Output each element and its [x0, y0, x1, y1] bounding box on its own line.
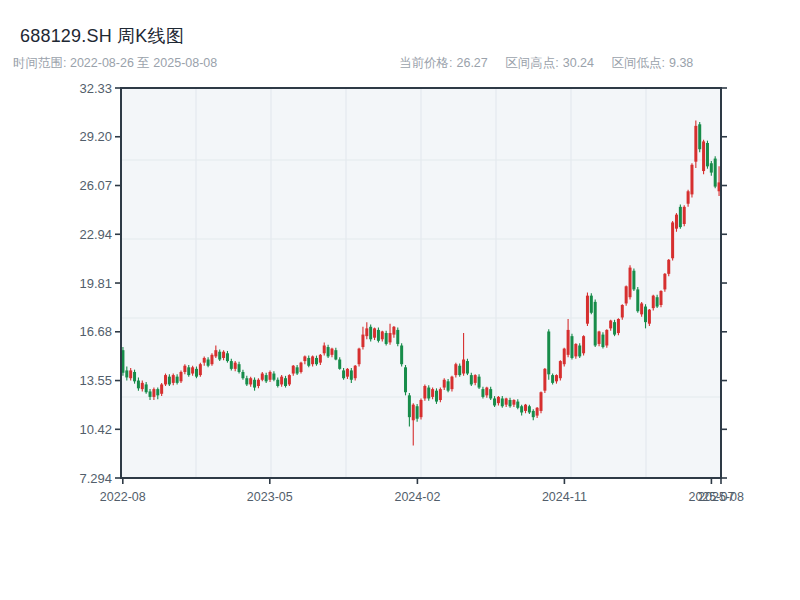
candle-body — [381, 331, 384, 339]
candle-body — [191, 367, 194, 373]
candle-body — [338, 360, 341, 369]
candle-body — [315, 358, 318, 364]
candle-body — [431, 389, 434, 397]
y-tick-label: 29.20 — [79, 129, 112, 144]
candle-body — [245, 378, 248, 384]
candle-body — [625, 286, 628, 303]
candle-body — [462, 360, 465, 374]
x-tick-label: 2024-02 — [394, 490, 440, 504]
candle-body — [377, 330, 380, 341]
candle-body — [257, 380, 260, 386]
candle-body — [605, 330, 608, 346]
candle-body — [613, 322, 616, 334]
candle-body — [365, 328, 368, 336]
candle-body — [528, 406, 531, 412]
candle-body — [447, 381, 450, 390]
candle-body — [230, 361, 233, 369]
candle-body — [574, 344, 577, 356]
candle-body — [609, 321, 612, 329]
candle-body — [512, 400, 515, 405]
candle-body — [667, 260, 670, 274]
candle-body — [400, 345, 403, 364]
candle-body — [168, 377, 171, 385]
candle-body — [416, 406, 419, 418]
candle-body — [137, 381, 140, 389]
candle-body — [621, 305, 624, 317]
candle-body — [536, 408, 539, 416]
candle-body — [532, 411, 535, 417]
candle-body — [152, 389, 155, 397]
candle-body — [551, 375, 554, 383]
candle-body — [652, 296, 655, 308]
candle-body — [470, 375, 473, 384]
candle-body — [590, 296, 593, 313]
candle-body — [330, 349, 333, 355]
candle-body — [408, 395, 411, 417]
candle-body — [358, 349, 361, 365]
candle-body — [714, 159, 717, 187]
candle-body — [493, 398, 496, 405]
candle-body — [663, 274, 666, 290]
candle-body — [683, 207, 686, 224]
candle-body — [280, 377, 283, 385]
candle-body — [710, 163, 713, 172]
candle-body — [218, 352, 221, 360]
candle-body — [187, 367, 190, 375]
x-tick-label: 2025-08 — [698, 490, 744, 504]
candle-body — [559, 361, 562, 378]
candle-body — [640, 303, 643, 314]
candle-body — [458, 366, 461, 375]
candle-body — [334, 350, 337, 359]
candle-body — [524, 405, 527, 411]
candle-body — [520, 406, 523, 412]
candle-body — [582, 336, 585, 353]
x-tick-label: 2023-05 — [247, 490, 293, 504]
candle-body — [160, 384, 163, 393]
candle-body — [199, 364, 202, 375]
candle-body — [675, 215, 678, 229]
candle-body — [485, 388, 488, 396]
y-tick-label: 22.94 — [79, 227, 112, 242]
candle-body — [145, 384, 148, 392]
candle-body — [176, 377, 179, 383]
candle-body — [404, 367, 407, 392]
candle-body — [489, 389, 492, 398]
candle-body — [570, 336, 573, 358]
candle-body — [567, 330, 570, 355]
candle-body — [439, 389, 442, 400]
candle-body — [226, 353, 229, 361]
candle-body — [238, 364, 241, 372]
candle-body — [125, 370, 128, 377]
candle-body — [450, 377, 453, 389]
candle-body — [601, 335, 604, 347]
candle-body — [269, 372, 272, 380]
candle-body — [555, 375, 558, 381]
candle-body — [466, 361, 469, 373]
candle-body — [241, 372, 244, 378]
candle-body — [129, 370, 132, 378]
candle-body — [172, 375, 175, 383]
kline-page: 688129.SH 周K线图 时间范围: 2022-08-26 至 2025-0… — [0, 0, 800, 600]
candle-body — [327, 347, 330, 356]
candle-body — [501, 398, 504, 406]
candle-body — [656, 297, 659, 306]
candle-body — [253, 380, 256, 388]
candle-body — [509, 400, 512, 406]
candle-body — [454, 364, 457, 375]
candle-body — [141, 383, 144, 389]
candle-body — [540, 392, 543, 411]
candle-body — [361, 335, 364, 347]
candle-body — [261, 374, 264, 380]
candle-body — [389, 333, 392, 342]
candle-body — [636, 289, 639, 311]
candle-body — [373, 328, 376, 337]
candle-body — [214, 350, 217, 356]
candle-body — [698, 124, 701, 149]
candle-body — [396, 330, 399, 344]
y-tick-label: 32.33 — [79, 81, 112, 96]
candle-body — [288, 375, 291, 384]
candle-body — [342, 370, 345, 378]
candle-body — [180, 372, 183, 381]
candle-body — [392, 327, 395, 335]
candle-body — [644, 307, 647, 323]
